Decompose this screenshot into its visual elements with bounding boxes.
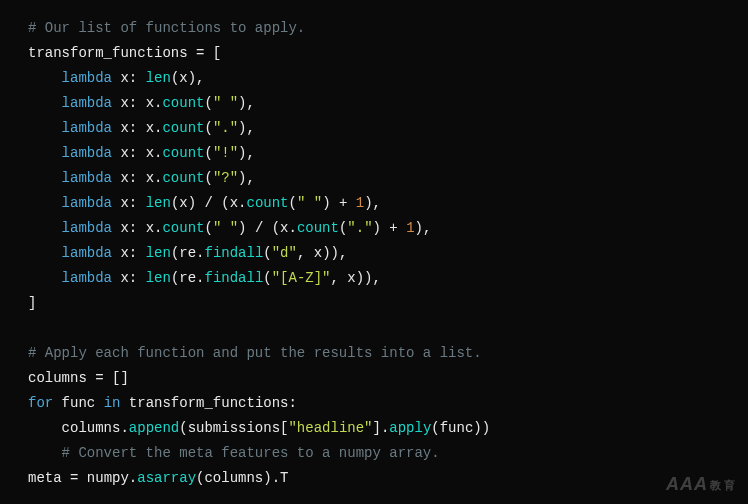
code-token: "!" — [213, 145, 238, 161]
code-token: , x)), — [331, 270, 381, 286]
code-token: transform_functions — [120, 395, 288, 411]
code-token: : x. — [129, 220, 163, 236]
code-line: lambda x: len(re.findall("[A-Z]", x)), — [28, 266, 720, 291]
code-token: (re. — [171, 245, 205, 261]
code-token: ( — [204, 95, 212, 111]
code-token: (func)) — [431, 420, 490, 436]
code-token: count — [297, 220, 339, 236]
code-token: x — [112, 145, 129, 161]
code-token: (columns).T — [196, 470, 288, 486]
code-token: (x) / (x. — [171, 195, 247, 211]
code-token: ) + — [322, 195, 356, 211]
code-token: count — [247, 195, 289, 211]
code-token: "." — [347, 220, 372, 236]
code-line: transform_functions = [ — [28, 41, 720, 66]
code-token: lambda — [62, 145, 112, 161]
code-line: lambda x: x.count(" ") / (x.count(".") +… — [28, 216, 720, 241]
code-token: : x. — [129, 120, 163, 136]
code-token: (re. — [171, 270, 205, 286]
code-token: " " — [297, 195, 322, 211]
code-token: " " — [213, 220, 238, 236]
code-line: lambda x: x.count(" "), — [28, 91, 720, 116]
code-token — [28, 445, 62, 461]
code-token: : x. — [129, 170, 163, 186]
code-token: len — [146, 70, 171, 86]
code-token: meta — [28, 470, 62, 486]
code-token: " " — [213, 95, 238, 111]
code-line: lambda x: len(x) / (x.count(" ") + 1), — [28, 191, 720, 216]
code-token: x — [112, 120, 129, 136]
code-token: x — [112, 220, 129, 236]
code-token: ( — [204, 145, 212, 161]
code-token — [28, 70, 62, 86]
code-token: : x. — [129, 145, 163, 161]
code-token: x — [112, 70, 129, 86]
code-line: # Our list of functions to apply. — [28, 16, 720, 41]
code-token: ), — [238, 95, 255, 111]
code-token: ( — [289, 195, 297, 211]
code-token: ]. — [372, 420, 389, 436]
code-token: in — [104, 395, 121, 411]
watermark: AAA教育 — [666, 472, 738, 498]
code-token: x — [112, 270, 129, 286]
code-line: lambda x: len(re.findall("d", x)), — [28, 241, 720, 266]
code-line: lambda x: x.count("?"), — [28, 166, 720, 191]
code-token — [28, 245, 62, 261]
code-token: lambda — [62, 120, 112, 136]
code-token: numpy. — [87, 470, 137, 486]
code-line: # Apply each function and put the result… — [28, 341, 720, 366]
code-token: (submissions[ — [179, 420, 288, 436]
code-token: lambda — [62, 270, 112, 286]
code-token: count — [162, 95, 204, 111]
code-token: apply — [389, 420, 431, 436]
code-token: = — [62, 470, 87, 486]
code-token: lambda — [62, 245, 112, 261]
code-token: "headline" — [288, 420, 372, 436]
code-line: ] — [28, 291, 720, 316]
code-token: len — [146, 195, 171, 211]
code-token: findall — [204, 245, 263, 261]
code-token: transform_functions — [28, 45, 188, 61]
code-token: lambda — [62, 220, 112, 236]
code-token: lambda — [62, 95, 112, 111]
code-token: findall — [204, 270, 263, 286]
code-token: : — [129, 195, 146, 211]
code-token: count — [162, 120, 204, 136]
code-token: asarray — [137, 470, 196, 486]
code-line: lambda x: x.count("!"), — [28, 141, 720, 166]
code-line: lambda x: len(x), — [28, 66, 720, 91]
code-token: "[A-Z]" — [272, 270, 331, 286]
code-token: : — [129, 245, 146, 261]
code-token: func — [53, 395, 103, 411]
code-token: : — [129, 270, 146, 286]
code-token: "?" — [213, 170, 238, 186]
code-token: lambda — [62, 70, 112, 86]
code-token — [28, 120, 62, 136]
code-token: (x), — [171, 70, 205, 86]
code-token: 1 — [356, 195, 364, 211]
code-token: ( — [204, 170, 212, 186]
code-token: ) / (x. — [238, 220, 297, 236]
code-token: ( — [263, 245, 271, 261]
code-token: ( — [204, 120, 212, 136]
code-token: , x)), — [297, 245, 347, 261]
code-token: len — [146, 245, 171, 261]
code-token: # Apply each function and put the result… — [28, 345, 482, 361]
code-line: # Convert the meta features to a numpy a… — [28, 441, 720, 466]
code-token: x — [112, 195, 129, 211]
code-token: lambda — [62, 170, 112, 186]
code-token: ), — [238, 170, 255, 186]
code-token: # Our list of functions to apply. — [28, 20, 305, 36]
code-token: lambda — [62, 195, 112, 211]
code-token: x — [112, 170, 129, 186]
code-token: ) + — [373, 220, 407, 236]
code-token: count — [162, 220, 204, 236]
code-token: ), — [238, 145, 255, 161]
code-token: ), — [415, 220, 432, 236]
code-token: x — [112, 245, 129, 261]
code-token: = — [87, 370, 112, 386]
code-token: ( — [263, 270, 271, 286]
code-line: lambda x: x.count("."), — [28, 116, 720, 141]
code-line — [28, 316, 720, 341]
code-token: "." — [213, 120, 238, 136]
